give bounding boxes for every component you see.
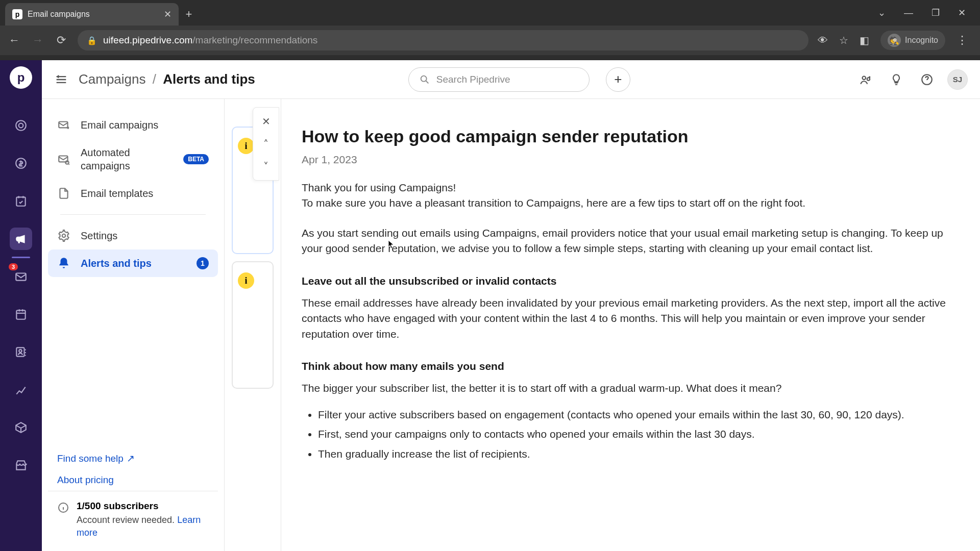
list-item: Then gradually increase the list of reci… [318,446,960,463]
secondary-sidebar: Email campaigns Automated campaigns BETA… [42,99,225,551]
new-tab-button[interactable]: + [179,8,199,21]
svg-rect-4 [16,273,26,281]
beta-badge: BETA [183,154,209,164]
user-avatar[interactable]: SJ [947,69,968,90]
subscribers-desc: Account review needed. Learn more [77,514,209,539]
sidebar-item-automated[interactable]: Automated campaigns BETA [48,139,218,180]
rail-calendar-check-icon[interactable] [10,190,32,212]
url-bar: ← → ⟳ 🔒 uifeed.pipedrive.com/marketing/r… [0,26,980,55]
article-list: Filter your active subscribers based on … [302,407,960,463]
svg-point-14 [62,234,66,238]
article-body: How to keep good campaign sender reputat… [281,99,980,551]
list-item: Filter your active subscribers based on … [318,407,960,423]
svg-rect-5 [16,310,25,319]
svg-point-8 [421,76,426,81]
sidebar-item-label: Alerts and tips [81,257,187,270]
app-logo[interactable]: p [10,66,32,89]
top-right-icons: SJ [855,69,968,90]
address-bar[interactable]: 🔒 uifeed.pipedrive.com/marketing/recomme… [78,30,808,51]
gear-icon [57,229,71,242]
detail-panel: ✕ ˄ ˅ How to keep good campaign sender r… [281,99,980,551]
rail-contacts-icon[interactable] [10,341,32,363]
browser-menu-icon[interactable]: ⋮ [957,34,968,47]
maximize-icon[interactable]: ❐ [932,7,940,18]
subscribers-box: 1/500 subscribers Account review needed.… [48,491,218,539]
incognito-chip[interactable]: 🕵 Incognito [880,31,945,50]
sidebar-item-label: Email campaigns [81,118,209,132]
article-paragraph: The bigger your subscriber list, the bet… [302,381,960,396]
search-placeholder: Search Pipedrive [436,74,510,85]
browser-chrome: p Email campaigns ✕ + ⌄ — ❐ ✕ ← → ⟳ 🔒 ui… [0,0,980,60]
icon-rail: p 3 [0,60,42,551]
dropdown-icon[interactable]: ⌄ [878,7,886,18]
sidebar-toggle-icon[interactable] [54,72,68,87]
mail-arrow-icon [57,118,71,132]
rail-box-icon[interactable] [10,416,32,439]
svg-rect-3 [16,197,25,206]
tab-close-icon[interactable]: ✕ [164,9,172,20]
browser-right-icons: 👁 ☆ ◧ 🕵 Incognito ⋮ [818,31,973,50]
top-bar: Campaigns / Alerts and tips Search Piped… [42,60,980,99]
close-icon[interactable]: ✕ [256,112,276,131]
back-button[interactable]: ← [7,34,21,47]
lightbulb-icon[interactable] [886,69,906,90]
breadcrumb-current: Alerts and tips [163,71,255,87]
help-icon[interactable] [917,69,937,90]
sidebar-item-alerts[interactable]: Alerts and tips 1 [48,249,218,277]
help-link[interactable]: Find some help ↗ [48,447,218,469]
info-chip-icon: i [238,138,254,154]
main-area: Campaigns / Alerts and tips Search Piped… [42,60,980,551]
breadcrumb-separator: / [153,71,156,87]
search-input[interactable]: Search Pipedrive [408,67,590,92]
rail-insights-icon[interactable] [10,379,32,401]
pricing-link[interactable]: About pricing [48,469,218,491]
extension-icon[interactable]: ◧ [860,34,869,46]
content-row: Email campaigns Automated campaigns BETA… [42,99,980,551]
breadcrumb: Campaigns / Alerts and tips [79,71,255,87]
search-icon [419,74,430,85]
sidebar-item-label: Automated campaigns [81,146,174,172]
add-button[interactable]: + [606,67,630,92]
url-text: uifeed.pipedrive.com/marketing/recommend… [103,35,317,46]
svg-point-10 [867,78,870,80]
incognito-icon: 🕵 [888,34,901,47]
article-paragraph: These email addresses have already been … [302,295,960,342]
rail-dollar-icon[interactable] [10,152,32,174]
chevron-down-icon[interactable]: ˅ [256,157,276,176]
sidebar-divider [60,214,206,215]
rail-mail-icon[interactable]: 3 [10,265,32,288]
bookmark-icon[interactable]: ☆ [839,34,848,46]
reload-button[interactable]: ⟳ [54,34,68,47]
article-date: Apr 1, 2023 [302,154,960,166]
chevron-up-icon[interactable]: ˄ [256,134,276,154]
svg-point-1 [19,123,23,128]
tab-favicon: p [12,9,22,19]
info-chip-icon: i [238,272,254,289]
bell-icon [57,257,71,270]
rail-calendar-icon[interactable] [10,303,32,325]
sidebar-item-label: Email templates [81,187,209,200]
sidebar-item-label: Settings [81,229,209,242]
alert-card[interactable]: i [232,261,274,389]
browser-tab[interactable]: p Email campaigns ✕ [5,3,179,26]
close-window-icon[interactable]: ✕ [958,7,966,18]
breadcrumb-root[interactable]: Campaigns [79,71,146,87]
sidebar-item-templates[interactable]: Email templates [48,180,218,207]
invite-icon[interactable] [855,69,876,90]
sidebar-item-settings[interactable]: Settings [48,222,218,249]
rail-target-icon[interactable] [10,114,32,137]
sidebar-bottom: Find some help ↗ About pricing 1/500 sub… [48,447,218,539]
sidebar-item-email-campaigns[interactable]: Email campaigns [48,111,218,139]
minimize-icon[interactable]: — [904,8,913,18]
article-title: How to keep good campaign sender reputat… [302,127,960,146]
rail-megaphone-icon[interactable] [10,228,32,250]
svg-rect-12 [59,122,67,128]
mail-badge: 3 [9,263,18,270]
forward-button: → [31,34,45,47]
eye-off-icon[interactable]: 👁 [818,35,828,46]
article-heading: Think about how many emails you send [302,360,960,372]
rail-store-icon[interactable] [10,454,32,477]
lock-icon: 🔒 [87,36,97,45]
tab-title: Email campaigns [28,10,159,19]
svg-point-9 [863,76,866,80]
